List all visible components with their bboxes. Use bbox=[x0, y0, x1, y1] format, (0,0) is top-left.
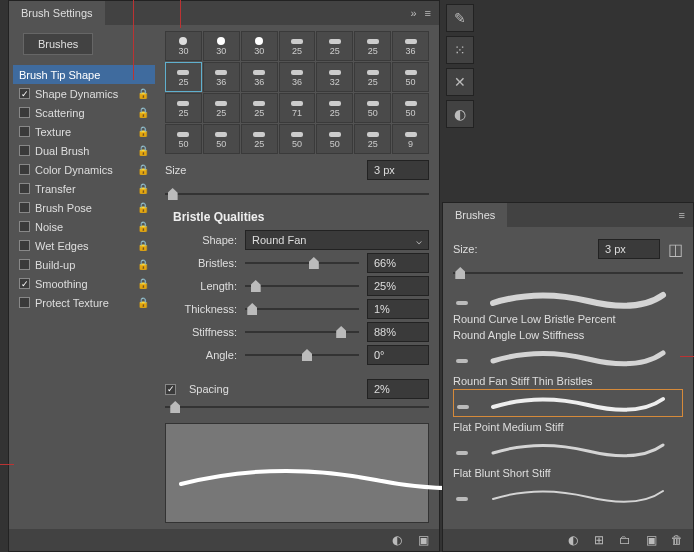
brush-tip[interactable]: 25 bbox=[241, 124, 278, 154]
tab-brushes[interactable]: Brushes bbox=[443, 203, 507, 227]
collapse-icon[interactable]: » bbox=[410, 7, 416, 19]
checkbox[interactable] bbox=[19, 183, 30, 194]
brushes-button[interactable]: Brushes bbox=[23, 33, 93, 55]
checkbox[interactable] bbox=[19, 240, 30, 251]
checkbox[interactable] bbox=[19, 164, 30, 175]
brush-settings-icon[interactable]: ✎ bbox=[446, 4, 474, 32]
tools-icon[interactable]: ✕ bbox=[446, 68, 474, 96]
checkbox[interactable] bbox=[19, 107, 30, 118]
thickness-input[interactable] bbox=[367, 299, 429, 319]
option-protect-texture[interactable]: Protect Texture🔒 bbox=[13, 293, 155, 312]
brush-tip[interactable]: 50 bbox=[354, 93, 391, 123]
cc-libraries-icon[interactable]: ◐ bbox=[446, 100, 474, 128]
checkbox[interactable] bbox=[19, 259, 30, 270]
lock-icon[interactable]: 🔒 bbox=[137, 126, 149, 137]
brush-tip[interactable]: 36 bbox=[241, 62, 278, 92]
checkbox[interactable] bbox=[19, 278, 30, 289]
lock-icon[interactable]: 🔒 bbox=[137, 145, 149, 156]
shape-select[interactable]: Round Fan bbox=[245, 230, 429, 250]
option-scattering[interactable]: Scattering🔒 bbox=[13, 103, 155, 122]
brush-list-item[interactable]: Round Angle Low Stiffness bbox=[453, 329, 683, 371]
angle-input[interactable] bbox=[367, 345, 429, 365]
lock-icon[interactable]: 🔒 bbox=[137, 259, 149, 270]
new-group-icon[interactable]: 🗀 bbox=[617, 532, 633, 548]
option-dual-brush[interactable]: Dual Brush🔒 bbox=[13, 141, 155, 160]
option-noise[interactable]: Noise🔒 bbox=[13, 217, 155, 236]
option-wet-edges[interactable]: Wet Edges🔒 bbox=[13, 236, 155, 255]
brush-tip[interactable]: 25 bbox=[354, 124, 391, 154]
length-slider[interactable] bbox=[245, 278, 359, 294]
brush-list-item[interactable]: Flat Blunt Short Stiff bbox=[453, 467, 683, 509]
new-preset-icon[interactable]: ▣ bbox=[415, 532, 431, 548]
brush-list-item[interactable]: Flat Point Medium Stiff bbox=[453, 421, 683, 463]
brush-tip[interactable]: 36 bbox=[279, 62, 316, 92]
brush-tip[interactable]: 30 bbox=[241, 31, 278, 61]
brush-tip[interactable]: 50 bbox=[392, 93, 429, 123]
brush-tip[interactable]: 30 bbox=[203, 31, 240, 61]
size-input[interactable] bbox=[598, 239, 660, 259]
bristles-slider[interactable] bbox=[245, 255, 359, 271]
preview-toggle-icon[interactable]: ◐ bbox=[565, 532, 581, 548]
brush-tip[interactable]: 32 bbox=[316, 62, 353, 92]
new-brush-icon[interactable]: ▣ bbox=[643, 532, 659, 548]
bristles-input[interactable] bbox=[367, 253, 429, 273]
brush-tip[interactable]: 50 bbox=[392, 62, 429, 92]
lock-icon[interactable]: 🔒 bbox=[137, 183, 149, 194]
brush-tip[interactable]: 71 bbox=[279, 93, 316, 123]
size-slider[interactable] bbox=[165, 186, 429, 202]
lock-icon[interactable]: 🔒 bbox=[137, 107, 149, 118]
option-shape-dynamics[interactable]: Shape Dynamics🔒 bbox=[13, 84, 155, 103]
brush-tip[interactable]: 25 bbox=[354, 31, 391, 61]
menu-icon[interactable]: ≡ bbox=[679, 209, 685, 221]
brush-list-item[interactable]: Round Curve Low Bristle Percent bbox=[453, 285, 683, 325]
trash-icon[interactable]: 🗑 bbox=[669, 532, 685, 548]
checkbox[interactable] bbox=[19, 126, 30, 137]
brush-list-item[interactable]: Round Fan Stiff Thin Bristles bbox=[453, 375, 683, 417]
brush-tip[interactable]: 25 bbox=[241, 93, 278, 123]
lock-icon[interactable]: 🔒 bbox=[137, 202, 149, 213]
lock-icon[interactable]: 🔒 bbox=[137, 221, 149, 232]
live-tip-icon[interactable]: ⊞ bbox=[591, 532, 607, 548]
menu-icon[interactable]: ≡ bbox=[425, 7, 431, 19]
brush-tip[interactable]: 25 bbox=[279, 31, 316, 61]
checkbox[interactable] bbox=[19, 297, 30, 308]
length-input[interactable] bbox=[367, 276, 429, 296]
lock-icon[interactable]: 🔒 bbox=[137, 278, 149, 289]
brush-tip[interactable]: 25 bbox=[354, 62, 391, 92]
brush-tip[interactable]: 25 bbox=[165, 93, 202, 123]
preview-toggle-icon[interactable]: ◐ bbox=[389, 532, 405, 548]
thickness-slider[interactable] bbox=[245, 301, 359, 317]
checkbox[interactable] bbox=[19, 145, 30, 156]
brush-tip[interactable]: 25 bbox=[316, 93, 353, 123]
brush-tip[interactable]: 50 bbox=[165, 124, 202, 154]
spacing-checkbox[interactable] bbox=[165, 384, 176, 395]
brush-tip[interactable]: 36 bbox=[203, 62, 240, 92]
tab-brush-settings[interactable]: Brush Settings bbox=[9, 1, 105, 25]
angle-slider[interactable] bbox=[245, 347, 359, 363]
lock-icon[interactable]: 🔒 bbox=[137, 164, 149, 175]
size-input[interactable] bbox=[367, 160, 429, 180]
size-slider[interactable] bbox=[453, 265, 683, 281]
lock-icon[interactable]: 🔒 bbox=[137, 240, 149, 251]
option-brush-pose[interactable]: Brush Pose🔒 bbox=[13, 198, 155, 217]
checkbox[interactable] bbox=[19, 202, 30, 213]
checkbox[interactable] bbox=[19, 88, 30, 99]
lock-icon[interactable]: 🔒 bbox=[137, 297, 149, 308]
brush-tip[interactable]: 50 bbox=[279, 124, 316, 154]
option-build-up[interactable]: Build-up🔒 bbox=[13, 255, 155, 274]
brush-tip[interactable]: 50 bbox=[316, 124, 353, 154]
option-color-dynamics[interactable]: Color Dynamics🔒 bbox=[13, 160, 155, 179]
brush-tip[interactable]: 36 bbox=[392, 31, 429, 61]
spacing-input[interactable] bbox=[367, 379, 429, 399]
brush-tip[interactable]: 9 bbox=[392, 124, 429, 154]
option-smoothing[interactable]: Smoothing🔒 bbox=[13, 274, 155, 293]
brushes-icon[interactable]: ⁙ bbox=[446, 36, 474, 64]
checkbox[interactable] bbox=[19, 221, 30, 232]
brush-tip[interactable]: 30 bbox=[165, 31, 202, 61]
flip-icon[interactable]: ◫ bbox=[668, 240, 683, 259]
stiffness-slider[interactable] bbox=[245, 324, 359, 340]
brush-tip[interactable]: 50 bbox=[203, 124, 240, 154]
option-transfer[interactable]: Transfer🔒 bbox=[13, 179, 155, 198]
brush-tip[interactable]: 25 bbox=[203, 93, 240, 123]
stiffness-input[interactable] bbox=[367, 322, 429, 342]
